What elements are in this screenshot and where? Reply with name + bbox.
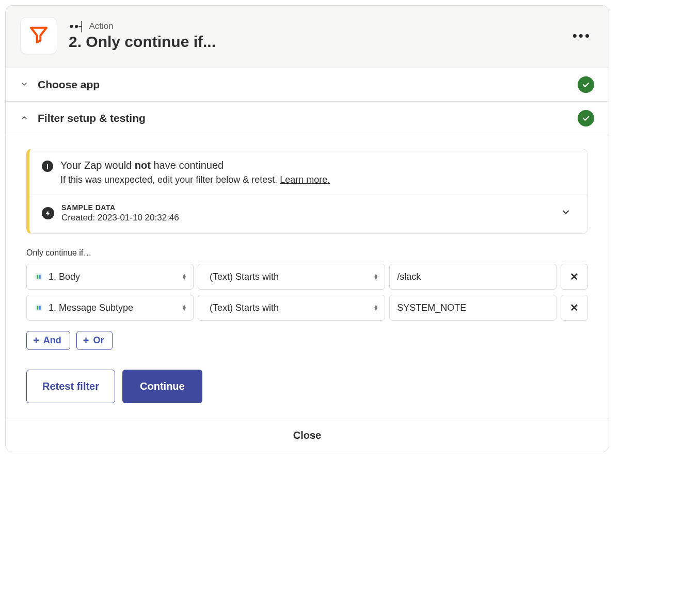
- close-button[interactable]: Close: [6, 419, 609, 452]
- value-text: SYSTEM_NOTE: [397, 303, 466, 313]
- filter-content: ! Your Zap would not have continued If t…: [6, 135, 609, 419]
- chevron-down-icon[interactable]: [556, 205, 575, 222]
- chevron-down-icon: [20, 80, 33, 90]
- field-value: 1. Message Subtype: [49, 303, 133, 313]
- svg-rect-0: [35, 273, 42, 280]
- more-menu-button[interactable]: •••: [569, 26, 594, 45]
- plus-icon: +: [83, 335, 89, 346]
- or-label: Or: [93, 335, 104, 346]
- remove-row-button[interactable]: ✕: [561, 264, 588, 290]
- app-field-icon: [34, 272, 43, 281]
- warning-icon: !: [42, 161, 53, 172]
- chevron-up-icon: [20, 114, 33, 123]
- condition-value: (Text) Starts with: [210, 303, 279, 313]
- close-icon: ✕: [570, 301, 579, 314]
- filter-prompt: Only continue if…: [26, 248, 588, 258]
- remove-row-button[interactable]: ✕: [561, 295, 588, 321]
- value-text: /slack: [397, 272, 421, 282]
- stepper-icon: ▲▼: [373, 274, 378, 280]
- app-icon: [20, 17, 57, 54]
- notice-card: ! Your Zap would not have continued If t…: [26, 149, 588, 234]
- close-icon: ✕: [570, 271, 579, 283]
- value-input[interactable]: /slack: [389, 264, 556, 290]
- value-input[interactable]: SYSTEM_NOTE: [389, 295, 556, 321]
- retest-button[interactable]: Retest filter: [26, 370, 115, 403]
- continue-button[interactable]: Continue: [122, 370, 202, 403]
- section-title: Filter setup & testing: [38, 112, 578, 124]
- breadcrumb-label: Action: [89, 21, 114, 31]
- condition-value: (Text) Starts with: [210, 272, 279, 282]
- learn-more-link[interactable]: Learn more.: [280, 174, 330, 185]
- stepper-icon: ▲▼: [182, 274, 187, 280]
- sample-data-created: Created: 2023-01-10 20:32:46: [61, 213, 549, 223]
- section-choose-app[interactable]: Choose app: [6, 68, 609, 102]
- and-label: And: [43, 335, 61, 346]
- sample-data-label: SAMPLE DATA: [61, 203, 549, 212]
- plus-icon: +: [33, 335, 39, 346]
- stepper-icon: ▲▼: [373, 305, 378, 311]
- filter-step-panel: ••┤ Action 2. Only continue if... ••• Ch…: [5, 5, 609, 452]
- section-title: Choose app: [38, 78, 578, 91]
- add-or-button[interactable]: + Or: [76, 331, 113, 350]
- path-icon: ••┤: [69, 21, 84, 32]
- notice-title: Your Zap would not have continued: [60, 160, 330, 171]
- section-filter-setup[interactable]: Filter setup & testing: [6, 102, 609, 135]
- add-and-button[interactable]: + And: [26, 331, 70, 350]
- step-title: 2. Only continue if...: [69, 33, 569, 51]
- filter-row: 1. Message Subtype ▲▼ (Text) Starts with…: [26, 295, 588, 321]
- filter-row: 1. Body ▲▼ (Text) Starts with ▲▼ /slack …: [26, 264, 588, 290]
- field-dropdown[interactable]: 1. Body ▲▼: [26, 264, 194, 290]
- sample-data-row[interactable]: SAMPLE DATA Created: 2023-01-10 20:32:46: [29, 195, 587, 233]
- stepper-icon: ▲▼: [182, 305, 187, 311]
- action-buttons: Retest filter Continue: [26, 370, 588, 403]
- field-dropdown[interactable]: 1. Message Subtype ▲▼: [26, 295, 194, 321]
- check-icon: [578, 76, 594, 93]
- bolt-icon: [42, 207, 54, 219]
- condition-dropdown[interactable]: (Text) Starts with ▲▼: [198, 295, 385, 321]
- condition-dropdown[interactable]: (Text) Starts with ▲▼: [198, 264, 385, 290]
- filter-rows: 1. Body ▲▼ (Text) Starts with ▲▼ /slack …: [26, 264, 588, 321]
- filter-icon: [28, 24, 49, 47]
- svg-rect-1: [35, 304, 42, 311]
- field-value: 1. Body: [49, 272, 80, 282]
- notice-subtitle: If this was unexpected, edit your filter…: [60, 174, 330, 185]
- check-icon: [578, 110, 594, 126]
- panel-header: ••┤ Action 2. Only continue if... •••: [6, 6, 609, 68]
- app-field-icon: [34, 303, 43, 312]
- logic-buttons: + And + Or: [26, 331, 588, 350]
